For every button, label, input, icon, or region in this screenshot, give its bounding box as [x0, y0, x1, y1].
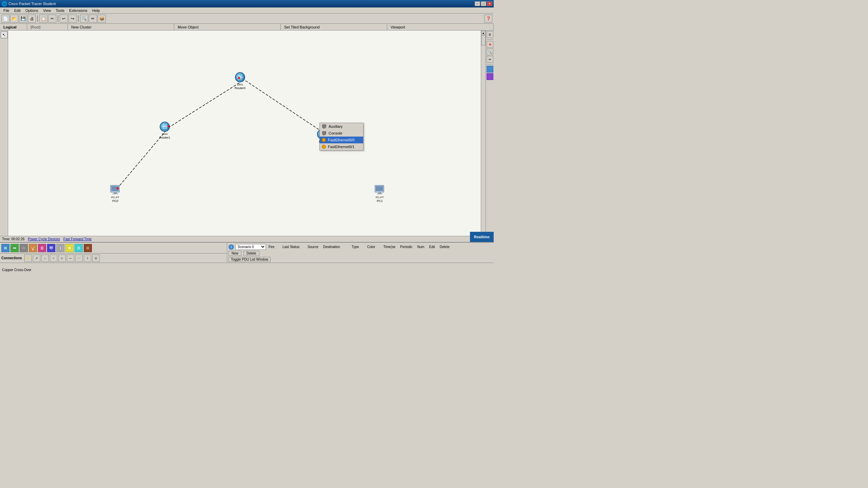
device-type-hub[interactable]	[20, 244, 28, 252]
toolbar-sep2	[58, 15, 58, 22]
menu-item-file[interactable]: File	[1, 8, 12, 13]
device-type-wireless[interactable]	[29, 244, 37, 252]
viewport-label: Viewport	[391, 25, 405, 29]
set-tiled-bg-button[interactable]: Set Tiled Background	[281, 24, 387, 30]
scenario-select[interactable]: Scenario 0	[235, 244, 266, 250]
periodic-label: Periodic	[400, 245, 412, 249]
ctx-fastethernet00-label: FastEthernet0/0	[328, 138, 354, 142]
title-bar-title: Cisco Packet Tracer Student	[8, 2, 56, 6]
toolbar-zoom[interactable]: 🔍	[80, 15, 88, 23]
toolbar-undo[interactable]: ↩	[60, 15, 68, 23]
menu-item-view[interactable]: View	[41, 8, 53, 13]
toolbar-sep3	[78, 15, 79, 22]
toolbar-open[interactable]: 📂	[10, 15, 18, 23]
conn-tool-1[interactable]: ⚡	[24, 255, 32, 262]
pc0-label1: PC-PT	[111, 196, 119, 199]
ctx-fastethernet00[interactable]: FastEthernet0/0	[320, 137, 363, 143]
device-router1[interactable]: 1841 Router1	[159, 121, 170, 139]
toolbar-draw[interactable]: ✏	[89, 15, 97, 23]
ctx-fastethernet01[interactable]: FastEthernet0/1	[320, 143, 363, 150]
svg-rect-31	[323, 134, 324, 135]
conn-tool-8[interactable]: ⌇	[84, 255, 91, 262]
svg-rect-29	[323, 128, 326, 128]
conn-tool-2[interactable]: ↗	[33, 255, 40, 262]
menu-item-edit[interactable]: Edit	[12, 8, 23, 13]
logical-button[interactable]: Logical	[0, 24, 27, 30]
ctx-console[interactable]: Console	[320, 130, 363, 137]
bottom-panel: Connections ⚡ ↗ ⬦ ~ ≈ — ⋯ ⌇ ⊙ i Scenario…	[0, 242, 494, 277]
scroll-thumb[interactable]	[481, 35, 486, 45]
select-tool[interactable]: ↖	[1, 32, 7, 38]
toolbar-help[interactable]: ❓	[484, 15, 492, 23]
device-type-pc[interactable]	[47, 244, 55, 252]
realtime-badge[interactable]: Realtime	[470, 232, 494, 242]
canvas-scrollbar[interactable]: ▲ ▼	[481, 30, 486, 236]
device-type-router[interactable]	[1, 244, 9, 252]
new-cluster-button[interactable]: New Cluster	[68, 24, 174, 30]
right-tool-box2[interactable]	[487, 73, 493, 80]
menu-item-extensions[interactable]: Extensions	[67, 8, 90, 13]
toolbar-new[interactable]: 📄	[1, 15, 9, 23]
router0-icon	[235, 72, 245, 83]
pdu-info-icon[interactable]: i	[229, 244, 234, 250]
ctx-auxiliary[interactable]: Auxiliary	[320, 123, 363, 130]
pc1-icon	[374, 185, 385, 196]
conn-tool-4[interactable]: ~	[50, 255, 57, 262]
toolbar-pdu[interactable]: 📦	[98, 15, 106, 23]
device-type-switch[interactable]	[11, 244, 19, 252]
status-fast-forward[interactable]: Fast Forward Time	[63, 237, 92, 241]
device-type-security[interactable]	[65, 244, 74, 252]
right-sep1	[487, 39, 493, 40]
svg-marker-43	[67, 246, 72, 250]
conn-tool-9[interactable]: ⊙	[92, 255, 100, 262]
pc1-label1: PC-PT	[376, 196, 384, 199]
root-button[interactable]: [Root]	[27, 24, 68, 30]
status-power-cycle[interactable]: Power Cycle Devices	[28, 237, 60, 241]
pdu-delete-button[interactable]: Delete	[243, 251, 259, 256]
menu-item-tools[interactable]: Tools	[54, 8, 66, 13]
scroll-up-arrow[interactable]: ▲	[481, 31, 486, 35]
minimize-button[interactable]: ─	[475, 1, 480, 6]
right-tool-box1[interactable]	[487, 66, 493, 73]
toolbar-save[interactable]: 💾	[19, 15, 27, 23]
right-tool-1[interactable]: ≡	[487, 31, 493, 38]
move-object-label: Move Object	[178, 25, 199, 29]
toolbar-cut[interactable]: ✂	[48, 15, 56, 23]
toolbar-copy[interactable]: 📋	[39, 15, 47, 23]
right-tool-x[interactable]: ✕	[487, 41, 493, 48]
conn-tool-3[interactable]: ⬦	[41, 255, 49, 262]
svg-rect-41	[51, 249, 52, 250]
connections-row: Connections ⚡ ↗ ⬦ ~ ≈ — ⋯ ⌇ ⊙	[0, 253, 227, 263]
toolbar-redo[interactable]: ↪	[68, 15, 77, 23]
router1-label2: Router1	[159, 136, 170, 139]
device-type-custom[interactable]	[84, 244, 92, 252]
toolbar-print[interactable]: 🖨	[28, 15, 36, 23]
svg-rect-27	[322, 125, 326, 127]
right-tool-edit[interactable]: ✏	[487, 56, 493, 63]
title-bar-controls[interactable]: ─ □ ✕	[475, 1, 492, 6]
right-tool-search[interactable]: 🔍	[487, 48, 493, 55]
device-type-server[interactable]	[38, 244, 46, 252]
viewport-button[interactable]: Viewport	[387, 24, 494, 30]
device-router0[interactable]: 1841 Router0	[235, 72, 245, 90]
conn-tool-5[interactable]: ≈	[58, 255, 66, 262]
device-type-phone[interactable]	[56, 244, 64, 252]
svg-rect-47	[86, 246, 90, 250]
conn-tool-7[interactable]: ⋯	[75, 255, 83, 262]
canvas[interactable]: 1841 Router0	[8, 30, 486, 236]
num-label: Num	[417, 245, 424, 249]
delete-label: Delete	[440, 245, 450, 249]
move-object-button[interactable]: Move Object	[174, 24, 281, 30]
pdu-new-button[interactable]: New	[229, 251, 241, 256]
conn-tool-6[interactable]: —	[67, 255, 74, 262]
device-type-wan[interactable]	[75, 244, 83, 252]
menu-item-help[interactable]: Help	[90, 8, 102, 13]
close-button[interactable]: ✕	[487, 1, 492, 6]
device-pc1[interactable]: PC-PT PC1	[374, 185, 385, 203]
maximize-button[interactable]: □	[481, 1, 486, 6]
device-types-row	[0, 243, 227, 253]
menu-item-options[interactable]: Options	[23, 8, 40, 13]
device-pc0[interactable]: PC-PT PC0	[110, 185, 121, 203]
pdu-toggle-button[interactable]: Toggle PDU List Window	[229, 257, 271, 262]
main-layout: ↖	[0, 30, 494, 236]
